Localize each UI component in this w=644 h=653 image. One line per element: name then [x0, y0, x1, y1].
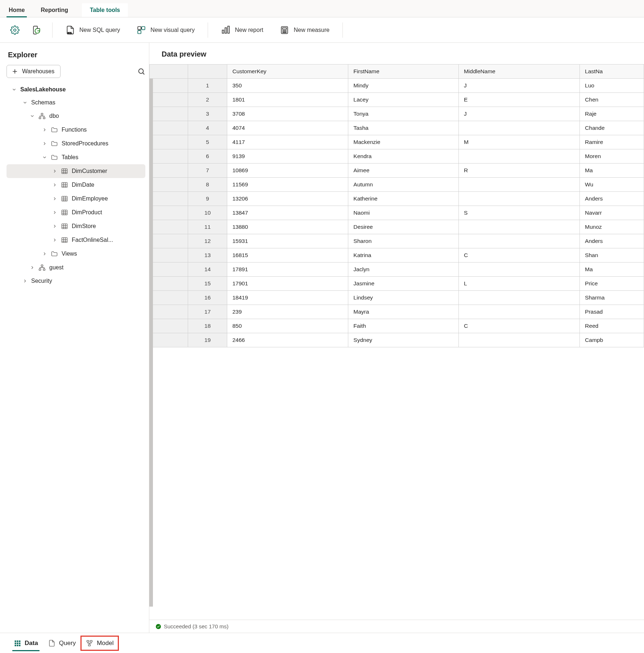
tree-node-table[interactable]: FactOnlineSal... [7, 233, 145, 247]
grid-cell[interactable]: Sharon [348, 234, 459, 248]
grid-cell[interactable]: 18419 [227, 291, 348, 305]
grid-cell[interactable]: 4074 [227, 121, 348, 135]
table-row[interactable]: 913206KatherineAnders [150, 192, 644, 206]
grid-cell[interactable]: 4117 [227, 135, 348, 149]
grid-cell[interactable]: Mayra [348, 305, 459, 319]
tree-node-schemas[interactable]: Schemas [7, 96, 145, 109]
grid-cell[interactable]: Naomi [348, 206, 459, 220]
table-row[interactable]: 1113880DesireeMunoz [150, 220, 644, 234]
grid-cell[interactable]: Reed [580, 319, 644, 333]
table-row[interactable]: 811569AutumnWu [150, 178, 644, 192]
grid-cell[interactable]: Kendra [348, 149, 459, 164]
grid-cell[interactable]: J [458, 79, 579, 93]
data-grid[interactable]: CustomerKey FirstName MiddleName LastNa … [149, 64, 644, 347]
grid-cell[interactable]: E [458, 93, 579, 107]
table-row[interactable]: 1618419LindseySharma [150, 291, 644, 305]
table-row[interactable]: 710869AimeeRMa [150, 164, 644, 178]
column-header[interactable]: FirstName [348, 65, 459, 79]
grid-cell[interactable]: 16815 [227, 248, 348, 263]
settings-button[interactable] [7, 23, 22, 37]
tree-node-security[interactable]: Security [7, 274, 145, 288]
tree-node-table[interactable]: DimProduct [7, 206, 145, 219]
tree-node-functions[interactable]: Functions [7, 123, 145, 137]
table-row[interactable]: 1215931SharonAnders [150, 234, 644, 248]
grid-cell[interactable]: Faith [348, 319, 459, 333]
grid-cell[interactable]: Raje [580, 107, 644, 121]
grid-cell[interactable]: 13206 [227, 192, 348, 206]
tree-node-tables[interactable]: Tables [7, 150, 145, 164]
new-report-button[interactable]: New report [216, 23, 268, 37]
grid-cell[interactable]: Sharma [580, 291, 644, 305]
grid-cell[interactable]: 850 [227, 319, 348, 333]
grid-cell[interactable] [458, 291, 579, 305]
table-row[interactable]: 33708TonyaJRaje [150, 107, 644, 121]
table-row[interactable]: 18850FaithCReed [150, 319, 644, 333]
grid-cell[interactable]: Luo [580, 79, 644, 93]
grid-cell[interactable]: Ramire [580, 135, 644, 149]
grid-cell[interactable]: Mindy [348, 79, 459, 93]
grid-cell[interactable]: M [458, 135, 579, 149]
table-row[interactable]: 1013847NaomiSNavarr [150, 206, 644, 220]
grid-cell[interactable]: Katherine [348, 192, 459, 206]
grid-cell[interactable]: 10869 [227, 164, 348, 178]
new-sql-query-button[interactable]: SQL New SQL query [61, 23, 125, 37]
search-button[interactable] [137, 67, 145, 75]
grid-cell[interactable]: 13880 [227, 220, 348, 234]
grid-cell[interactable]: 1801 [227, 93, 348, 107]
table-row[interactable]: 1316815KatrinaCShan [150, 248, 644, 263]
grid-cell[interactable]: 2466 [227, 333, 348, 347]
tree-node-table[interactable]: DimCustomer [7, 164, 145, 178]
grid-cell[interactable]: 9139 [227, 149, 348, 164]
grid-cell[interactable]: Jasmine [348, 277, 459, 291]
add-warehouses-button[interactable]: Warehouses [7, 65, 61, 78]
grid-cell[interactable]: 17891 [227, 263, 348, 277]
grid-cell[interactable]: Tasha [348, 121, 459, 135]
grid-cell[interactable]: Jaclyn [348, 263, 459, 277]
grid-cell[interactable]: 239 [227, 305, 348, 319]
grid-cell[interactable]: Aimee [348, 164, 459, 178]
tree-node-views[interactable]: Views [7, 247, 145, 261]
grid-scrollbar[interactable] [149, 79, 153, 607]
grid-cell[interactable]: Moren [580, 149, 644, 164]
table-row[interactable]: 69139KendraMoren [150, 149, 644, 164]
column-header[interactable]: MiddleName [458, 65, 579, 79]
grid-cell[interactable]: 13847 [227, 206, 348, 220]
column-header[interactable]: CustomerKey [227, 65, 348, 79]
grid-cell[interactable]: Desiree [348, 220, 459, 234]
grid-cell[interactable] [458, 192, 579, 206]
grid-cell[interactable]: 15931 [227, 234, 348, 248]
grid-cell[interactable]: Navarr [580, 206, 644, 220]
grid-cell[interactable]: Lacey [348, 93, 459, 107]
grid-cell[interactable] [458, 305, 579, 319]
grid-cell[interactable] [458, 149, 579, 164]
table-row[interactable]: 1350MindyJLuo [150, 79, 644, 93]
grid-cell[interactable]: Sydney [348, 333, 459, 347]
grid-cell[interactable]: Katrina [348, 248, 459, 263]
grid-cell[interactable]: J [458, 107, 579, 121]
grid-cell[interactable]: 11569 [227, 178, 348, 192]
tree-node-table[interactable]: DimEmployee [7, 192, 145, 206]
tree-node-table[interactable]: DimStore [7, 219, 145, 233]
grid-cell[interactable] [458, 121, 579, 135]
table-row[interactable]: 54117MackenzieMRamire [150, 135, 644, 149]
grid-cell[interactable]: Wu [580, 178, 644, 192]
grid-cell[interactable]: Autumn [348, 178, 459, 192]
view-tab-data[interactable]: Data [9, 637, 42, 650]
view-tab-model[interactable]: Model [82, 637, 118, 650]
grid-cell[interactable]: Anders [580, 192, 644, 206]
grid-cell[interactable]: Mackenzie [348, 135, 459, 149]
grid-cell[interactable]: Chande [580, 121, 644, 135]
table-row[interactable]: 44074TashaChande [150, 121, 644, 135]
tree-node-table[interactable]: DimDate [7, 178, 145, 192]
refresh-button[interactable] [29, 23, 44, 37]
grid-cell[interactable]: L [458, 277, 579, 291]
tab-home[interactable]: Home [7, 3, 27, 17]
table-row[interactable]: 1517901JasmineLPrice [150, 277, 644, 291]
new-visual-query-button[interactable]: New visual query [132, 23, 200, 37]
grid-cell[interactable]: S [458, 206, 579, 220]
tab-table-tools[interactable]: Table tools [82, 3, 128, 17]
grid-cell[interactable] [458, 263, 579, 277]
grid-cell[interactable]: R [458, 164, 579, 178]
tree-node-dbo[interactable]: dbo [7, 109, 145, 123]
tree-node-root[interactable]: SalesLakehouse [7, 83, 145, 96]
